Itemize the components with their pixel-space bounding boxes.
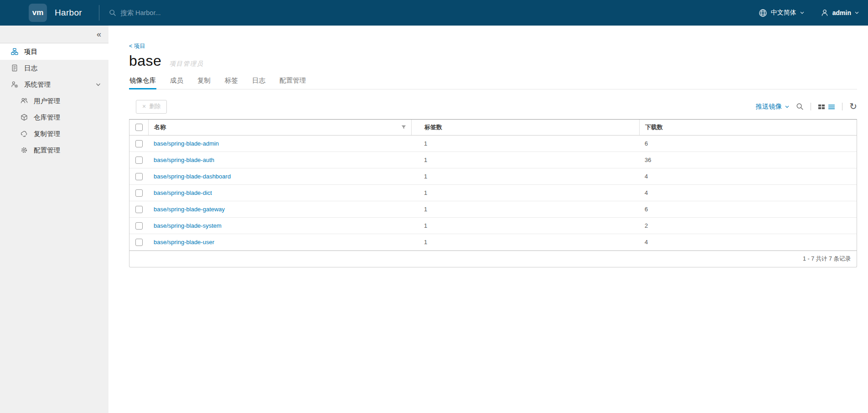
pull-count: 6 bbox=[639, 206, 857, 213]
search-input[interactable] bbox=[120, 9, 312, 16]
search-icon bbox=[796, 103, 804, 110]
globe-icon bbox=[759, 9, 767, 17]
app-header: vm Harbor 中文简体 admin bbox=[0, 0, 868, 26]
pull-count: 6 bbox=[639, 140, 857, 147]
sidebar-item-label: 仓库管理 bbox=[34, 113, 60, 122]
toolbar: × 删除 推送镜像 ↻ bbox=[129, 100, 857, 113]
tab-logs[interactable]: 日志 bbox=[252, 73, 266, 89]
list-view-icon bbox=[828, 104, 835, 110]
sidebar-item-label: 项目 bbox=[24, 47, 37, 56]
tab-configuration[interactable]: 配置管理 bbox=[279, 73, 306, 89]
search-icon bbox=[109, 9, 116, 16]
sidebar-item-label: 用户管理 bbox=[34, 97, 60, 105]
table-row: base/spring-blade-gateway 1 6 bbox=[129, 201, 857, 218]
tab-repositories[interactable]: 镜像仓库 bbox=[129, 73, 156, 89]
table-row: base/spring-blade-dashboard 1 4 bbox=[129, 168, 857, 185]
delete-button[interactable]: × 删除 bbox=[136, 100, 167, 114]
repository-link[interactable]: base/spring-blade-admin bbox=[154, 140, 219, 147]
repository-link[interactable]: base/spring-blade-auth bbox=[154, 157, 214, 163]
table-row: base/spring-blade-dict 1 4 bbox=[129, 185, 857, 201]
sidebar-item-projects[interactable]: 项目 bbox=[0, 43, 108, 60]
table-row: base/spring-blade-user 1 4 bbox=[129, 234, 857, 251]
refresh-button[interactable]: ↻ bbox=[849, 102, 857, 111]
repository-link[interactable]: base/spring-blade-dashboard bbox=[154, 173, 231, 180]
sidebar-item-configuration-management[interactable]: 配置管理 bbox=[0, 142, 108, 158]
page-title: base bbox=[129, 52, 161, 69]
vmware-logo-icon: vm bbox=[29, 4, 47, 22]
record-count-label: 1 - 7 共计 7 条记录 bbox=[803, 255, 851, 263]
projects-icon bbox=[11, 48, 18, 55]
pull-count: 2 bbox=[639, 222, 857, 229]
role-badge: 项目管理员 bbox=[169, 60, 203, 68]
table-row: base/spring-blade-auth 1 36 bbox=[129, 152, 857, 168]
pull-count: 4 bbox=[639, 173, 857, 180]
sidebar-item-label: 日志 bbox=[24, 64, 37, 73]
close-icon: × bbox=[142, 103, 146, 110]
tag-count: 1 bbox=[411, 189, 639, 196]
select-all-checkbox[interactable] bbox=[135, 124, 143, 131]
row-checkbox[interactable] bbox=[135, 206, 143, 213]
sidebar-item-replication-management[interactable]: 复制管理 bbox=[0, 125, 108, 142]
tab-members[interactable]: 成员 bbox=[170, 73, 184, 89]
tag-count: 1 bbox=[411, 222, 639, 229]
user-menu[interactable]: admin bbox=[821, 9, 859, 17]
app-name: Harbor bbox=[55, 8, 82, 18]
sidebar-item-registry-management[interactable]: 仓库管理 bbox=[0, 109, 108, 125]
users-icon bbox=[21, 97, 28, 105]
repository-link[interactable]: base/spring-blade-system bbox=[154, 222, 222, 229]
row-checkbox[interactable] bbox=[135, 157, 143, 164]
chevron-down-icon bbox=[96, 83, 101, 86]
tab-labels[interactable]: 标签 bbox=[224, 73, 238, 89]
sidebar-item-user-management[interactable]: 用户管理 bbox=[0, 93, 108, 109]
repository-link[interactable]: base/spring-blade-user bbox=[154, 239, 214, 246]
registry-icon bbox=[21, 114, 28, 121]
row-checkbox[interactable] bbox=[135, 189, 143, 197]
user-icon bbox=[821, 9, 829, 17]
breadcrumb-projects-link[interactable]: < 项目 bbox=[129, 42, 145, 50]
tag-count: 1 bbox=[411, 157, 639, 163]
sidebar-item-label: 复制管理 bbox=[34, 130, 60, 138]
column-header-tags: 标签数 bbox=[411, 120, 639, 135]
tag-count: 1 bbox=[411, 140, 639, 147]
logs-icon bbox=[11, 64, 18, 72]
row-checkbox[interactable] bbox=[135, 239, 143, 246]
list-view-toggle[interactable] bbox=[828, 104, 835, 110]
tab-replication[interactable]: 复制 bbox=[197, 73, 211, 89]
toolbar-divider bbox=[811, 103, 811, 110]
column-header-name: 名称 bbox=[148, 120, 411, 135]
collapse-sidebar-button[interactable]: « bbox=[97, 30, 101, 38]
push-image-button[interactable]: 推送镜像 bbox=[755, 102, 789, 111]
repository-link[interactable]: base/spring-blade-dict bbox=[154, 189, 212, 196]
row-checkbox[interactable] bbox=[135, 140, 143, 147]
table-header-row: 名称 标签数 下载数 bbox=[129, 120, 857, 136]
row-checkbox[interactable] bbox=[135, 222, 143, 230]
row-checkbox[interactable] bbox=[135, 173, 143, 180]
table-row: base/spring-blade-system 1 2 bbox=[129, 218, 857, 234]
header-divider bbox=[99, 5, 99, 21]
chevron-down-icon bbox=[785, 105, 789, 108]
harbor-logo[interactable]: vm Harbor bbox=[29, 4, 82, 22]
search-repositories-button[interactable] bbox=[796, 103, 804, 110]
push-image-label: 推送镜像 bbox=[755, 102, 782, 111]
pull-count: 4 bbox=[639, 239, 857, 246]
sidebar: « 项目 日志 系统管理 用户管理 仓库管理 复制管理 bbox=[0, 26, 108, 413]
tag-count: 1 bbox=[411, 206, 639, 213]
language-selector[interactable]: 中文简体 bbox=[759, 9, 804, 17]
language-label: 中文简体 bbox=[771, 9, 796, 17]
table-row: base/spring-blade-admin 1 6 bbox=[129, 136, 857, 152]
system-admin-icon bbox=[11, 81, 18, 88]
sidebar-item-logs[interactable]: 日志 bbox=[0, 60, 108, 76]
repository-link[interactable]: base/spring-blade-gateway bbox=[154, 206, 225, 213]
pull-count: 4 bbox=[639, 189, 857, 196]
filter-icon[interactable] bbox=[401, 124, 406, 131]
sidebar-item-system-management[interactable]: 系统管理 bbox=[0, 76, 108, 93]
chevron-down-icon bbox=[855, 11, 859, 14]
card-view-toggle[interactable] bbox=[818, 104, 825, 110]
delete-button-label: 删除 bbox=[149, 103, 160, 110]
tag-count: 1 bbox=[411, 239, 639, 246]
main-content: < 项目 base 项目管理员 镜像仓库 成员 复制 标签 日志 配置管理 × … bbox=[108, 26, 868, 413]
sidebar-item-label: 配置管理 bbox=[34, 146, 60, 155]
toolbar-divider bbox=[842, 103, 842, 110]
grid-view-icon bbox=[818, 104, 825, 110]
sidebar-item-label: 系统管理 bbox=[24, 80, 51, 89]
